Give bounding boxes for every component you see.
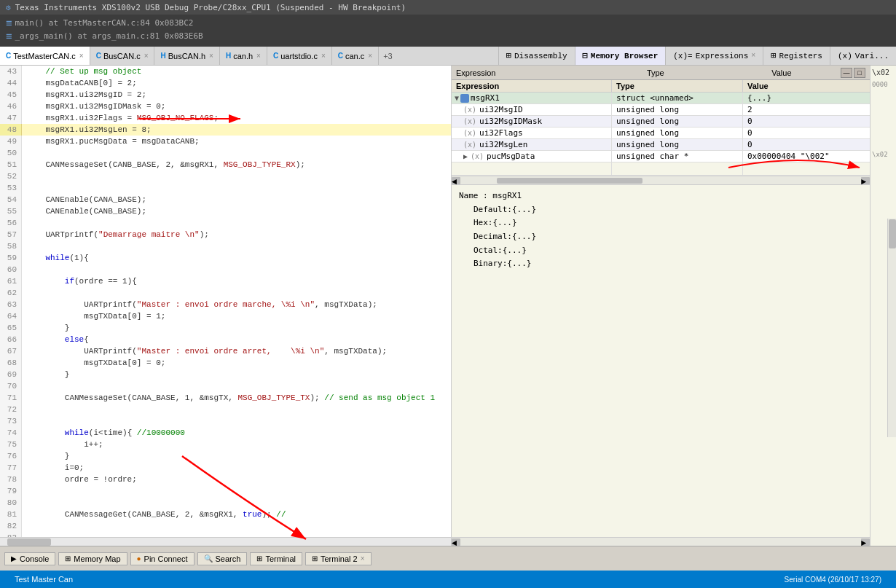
callstack-area: ≡ main() at TestMasterCAN.c:84 0x083BC2 … (0, 15, 896, 47)
expr-minimize-button[interactable]: — (841, 68, 852, 78)
pin-icon: ● (137, 554, 141, 562)
tab-close-3[interactable]: × (256, 52, 261, 60)
code-line-57: 57 UARTprintf("Demarrage maitre \n"); (0, 229, 451, 240)
search-icon: 🔍 (204, 554, 213, 562)
expression-type-header: Type (647, 68, 664, 77)
code-scroll-area[interactable]: 43 // Set up msg object 44 msgDataCANB[0… (0, 66, 451, 537)
debug-title: Texas Instruments XDS100v2 USB Debug Pro… (15, 3, 406, 12)
expr-horiz-scroll[interactable]: ◄ ► (452, 176, 870, 185)
line-code-66: else{ (22, 334, 89, 345)
expr-row-flags[interactable]: (x) ui32Flags unsigned long 0 (452, 128, 870, 139)
main-container: ⚙ Texas Instruments XDS100v2 USB Debug P… (0, 0, 896, 588)
name-flags: ui32Flags (479, 128, 523, 138)
line-num-57: 57 (0, 229, 22, 240)
tab-close-5[interactable]: × (368, 52, 372, 60)
line-num-75: 75 (0, 439, 22, 450)
details-vert-scroll[interactable] (887, 219, 896, 437)
name-msgrx1: msgRX1 (471, 93, 500, 103)
panel-tab-expressions[interactable]: (x)= Expressions × (665, 47, 763, 65)
tab-buscanh[interactable]: H BusCAN.h × (154, 47, 219, 65)
code-line-45: 45 msgRX1.ui32MsgID = 2; (0, 89, 451, 101)
tab-label-4: uartstdio.c (280, 52, 318, 60)
code-line-62: 62 (0, 287, 451, 299)
panel-tab-vars[interactable]: (x) Vari... (830, 47, 896, 65)
line-num-53: 53 (0, 182, 22, 194)
line-num-62: 62 (0, 287, 22, 299)
details-horiz-scroll[interactable]: ◄ ► (452, 537, 870, 546)
vars-icon: (x) (838, 52, 852, 60)
tab-close-4[interactable]: × (321, 52, 326, 60)
code-line-70: 70 (0, 380, 451, 392)
tab-close-2[interactable]: × (209, 52, 213, 60)
line-num-48: 48 (0, 124, 22, 136)
line-num-60: 60 (0, 264, 22, 275)
col-header-type: Type (612, 80, 743, 92)
code-line-83: 83 (0, 532, 451, 537)
line-num-58: 58 (0, 240, 22, 252)
code-line-81: 81 CANMessageGet(CANB_BASE, 2, &msgRX1, … (0, 509, 451, 520)
main-area: 43 // Set up msg object 44 msgDataCANB[0… (0, 66, 896, 546)
expr-add-row[interactable] (452, 162, 870, 176)
tab-uartstdio[interactable]: C uartstdio.c × (267, 47, 332, 65)
expr-row-pucmsgdata[interactable]: ▶ (x) pucMsgData unsigned char * 0x00000… (452, 151, 870, 162)
expr-row-msglen[interactable]: (x) ui32MsgLen unsigned long 0 (452, 139, 870, 151)
code-line-55: 55 CANEnable(CANB_BASE); (0, 205, 451, 217)
detail-binary: Binary:{...} (473, 257, 862, 271)
line-num-83: 83 (0, 532, 22, 537)
expand-msgrx1[interactable]: ▼ (455, 94, 459, 102)
expr-row-msgid[interactable]: (x) ui32MsgID unsigned long 2 (452, 104, 870, 116)
expressions-close-icon[interactable]: × (751, 52, 755, 60)
search-button[interactable]: 🔍 Search (197, 552, 248, 565)
cell-type-msglen: unsigned long (612, 139, 743, 150)
tab-icon-c2: C (96, 52, 101, 60)
expr-row-msgrx1[interactable]: ▼ msgRX1 struct <unnamed> {...} (452, 93, 870, 104)
name-pucmsgdata: pucMsgData (487, 152, 535, 161)
line-code-43: // Set up msg object (22, 66, 141, 77)
tab-close-0[interactable]: × (79, 52, 84, 60)
terminal2-close-icon[interactable]: × (361, 554, 365, 562)
expr-row-msgidmask[interactable]: (x) ui32MsgIDMask unsigned long 0 (452, 116, 870, 128)
console-button[interactable]: ▶ Console (4, 552, 55, 565)
terminal-button[interactable]: ⊞ Terminal (250, 552, 302, 565)
expressions-icon: (x)= (673, 52, 692, 60)
code-line-52: 52 (0, 170, 451, 182)
line-code-45: msgRX1.ui32MsgID = 2; (22, 89, 146, 101)
tab-more[interactable]: +3 (379, 47, 397, 65)
name-msgid: ui32MsgID (479, 105, 523, 114)
line-code-44: msgDataCANB[0] = 2; (22, 77, 137, 89)
line-num-80: 80 (0, 497, 22, 509)
cell-expr-msglen: (x) ui32MsgLen (452, 139, 612, 150)
code-scrollbar-bottom[interactable] (0, 537, 451, 546)
detail-default: Default:{...} (473, 203, 862, 217)
tab-icon-h1: H (160, 52, 165, 60)
line-num-47: 47 (0, 112, 22, 124)
tab-testmastercan[interactable]: C TestMasterCAN.c × (0, 47, 90, 65)
terminal2-button[interactable]: ⊞ Terminal 2 × (305, 552, 372, 565)
panel-tab-registers[interactable]: ⊞ Registers (763, 47, 830, 65)
terminal2-label: Terminal 2 (321, 554, 358, 563)
line-code-67: UARTprintf("Master : envoi ordre arret, … (22, 345, 387, 357)
tab-canh[interactable]: H can.h × (220, 47, 267, 65)
callstack-item-1[interactable]: ≡ main() at TestMasterCAN.c:84 0x083BC2 (6, 16, 890, 29)
registers-icon: ⊞ (771, 50, 776, 61)
line-code-78: ordre = !ordre; (22, 474, 137, 485)
panel-tab-disasm[interactable]: ⊞ Disassembly (498, 47, 575, 65)
memory-map-button[interactable]: ⊞ Memory Map (58, 552, 127, 565)
var-icon-flags: (x) (463, 129, 476, 137)
tab-buscanc[interactable]: C BusCAN.c × (90, 47, 155, 65)
line-code-80 (22, 497, 31, 509)
expr-maximize-button[interactable]: □ (854, 68, 865, 78)
cell-expr-pucmsgdata: ▶ (x) pucMsgData (452, 151, 612, 162)
tab-close-1[interactable]: × (144, 52, 149, 60)
callstack-item-2[interactable]: ≡ _args_main() at args_main.c:81 0x083E6… (6, 29, 890, 42)
code-line-78: 78 ordre = !ordre; (0, 474, 451, 485)
line-code-59: while(1){ (22, 252, 89, 264)
detail-octal: Octal:{...} (473, 244, 862, 258)
expand-pucmsgdata[interactable]: ▶ (463, 152, 468, 160)
code-line-51: 51 CANMessageSet(CANB_BASE, 2, &msgRX1, … (0, 159, 451, 170)
pin-connect-button[interactable]: ● Pin Connect (130, 552, 194, 565)
line-num-51: 51 (0, 159, 22, 170)
cell-value-pucmsgdata: 0x00000404 "\002" (743, 151, 870, 162)
tab-canc[interactable]: C can.c × (332, 47, 379, 65)
panel-tab-memory[interactable]: ⊟ Memory Browser (575, 47, 666, 65)
